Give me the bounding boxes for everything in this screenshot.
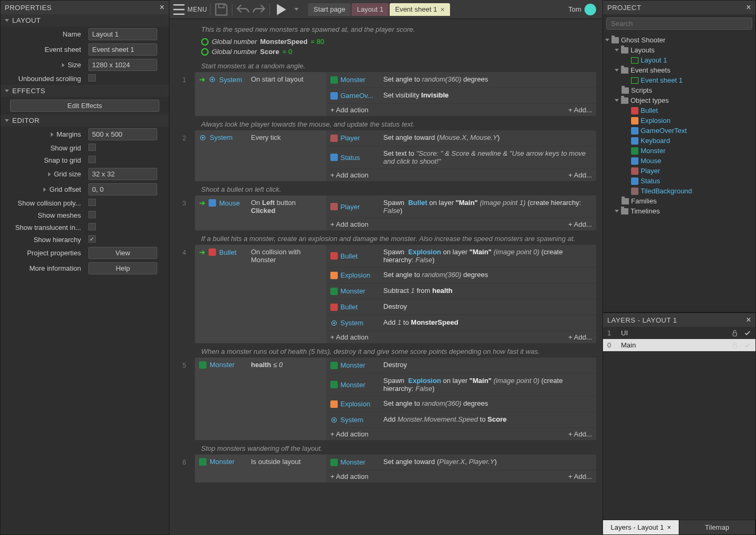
tab[interactable]: Event sheet 1×	[390, 3, 450, 16]
property-checkbox[interactable]	[88, 74, 96, 82]
close-icon[interactable]: ×	[746, 315, 751, 325]
tree-item[interactable]: GameOverText	[603, 126, 755, 136]
event-row[interactable]: 3➜MouseOn Left button ClickedPlayerSpawn…	[174, 195, 596, 230]
tree-item[interactable]: Event sheet 1	[603, 75, 755, 85]
action-row[interactable]: MonsterDestroy	[326, 358, 596, 373]
bottom-tab[interactable]: Tilemap	[679, 520, 755, 534]
close-icon[interactable]: ×	[667, 523, 671, 531]
add-more-button[interactable]: + Add...	[569, 220, 592, 228]
property-checkbox[interactable]	[88, 156, 96, 163]
effects-section-header[interactable]: EFFECTS	[1, 85, 169, 97]
event-sheet[interactable]: This is the speed new monsters are spawn…	[169, 19, 602, 535]
action-row[interactable]: PlayerSpawn Bullet on layer "Main" (imag…	[326, 195, 596, 218]
global-variable[interactable]: Global number Score = 0	[201, 47, 592, 57]
property-button[interactable]: Help	[88, 262, 157, 274]
close-icon[interactable]: ×	[440, 5, 445, 14]
close-icon[interactable]: ×	[159, 3, 165, 12]
event-condition[interactable]: ➜SystemOn start of layout	[195, 72, 326, 116]
action-row[interactable]: GameOv...Set visibility Invisible	[326, 88, 596, 104]
add-more-button[interactable]: + Add...	[569, 430, 592, 438]
tree-item[interactable]: TiledBackground	[603, 186, 755, 196]
add-action-button[interactable]: + Add action	[330, 430, 368, 438]
action-row[interactable]: MonsterSubtract 1 from health	[326, 283, 596, 299]
tree-item[interactable]: Ghost Shooter	[603, 35, 755, 45]
undo-button[interactable]	[236, 2, 250, 17]
property-input[interactable]	[88, 59, 157, 71]
add-action-button[interactable]: + Add action	[330, 171, 368, 179]
save-button[interactable]	[214, 2, 229, 17]
action-row[interactable]: StatusSet text to "Score: " & Score & ne…	[326, 146, 596, 169]
tree-item[interactable]: Mouse	[603, 156, 755, 166]
add-action-button[interactable]: + Add action	[330, 106, 368, 114]
event-condition[interactable]: SystemEvery tick	[195, 130, 326, 181]
add-more-button[interactable]: + Add...	[569, 472, 592, 480]
add-more-button[interactable]: + Add...	[569, 106, 592, 114]
global-variable[interactable]: Global number MonsterSpeed = 80	[201, 37, 592, 47]
layer-row[interactable]: 1UI	[603, 327, 755, 339]
property-input[interactable]	[88, 168, 157, 180]
add-more-button[interactable]: + Add...	[569, 333, 592, 341]
property-checkbox[interactable]	[88, 223, 96, 230]
property-checkbox[interactable]	[88, 199, 96, 206]
layer-row[interactable]: 0Main	[603, 339, 755, 351]
tree-item[interactable]: Bullet	[603, 105, 755, 115]
redo-button[interactable]	[251, 2, 266, 17]
action-row[interactable]: SystemAdd 1 to MonsterSpeed	[326, 315, 596, 331]
editor-section-header[interactable]: EDITOR	[1, 114, 169, 127]
avatar[interactable]	[584, 4, 596, 15]
event-row[interactable]: 2SystemEvery tickPlayerSet angle toward …	[174, 130, 596, 181]
tab[interactable]: Start page	[308, 3, 350, 16]
action-row[interactable]: BulletDestroy	[326, 299, 596, 315]
property-checkbox[interactable]	[88, 211, 96, 218]
bottom-tab[interactable]: Layers - Layout 1×	[603, 520, 679, 534]
tree-item[interactable]: Layout 1	[603, 55, 755, 65]
event-condition[interactable]: ➜MouseOn Left button Clicked	[195, 195, 326, 230]
tree-item[interactable]: Scripts	[603, 85, 755, 95]
action-row[interactable]: BulletSpawn Explosion on layer "Main" (i…	[326, 245, 596, 268]
project-tree[interactable]: Ghost ShooterLayoutsLayout 1Event sheets…	[603, 33, 755, 312]
tree-item[interactable]: Player	[603, 166, 755, 176]
tree-item[interactable]: Monster	[603, 146, 755, 156]
tree-item[interactable]: Event sheets	[603, 65, 755, 75]
layer-list[interactable]: 1UI0Main	[603, 327, 755, 520]
event-row[interactable]: 1➜SystemOn start of layoutMonsterSet ang…	[174, 72, 596, 116]
add-action-button[interactable]: + Add action	[330, 333, 368, 341]
add-more-button[interactable]: + Add...	[569, 171, 592, 179]
tree-item[interactable]: Status	[603, 176, 755, 186]
search-input[interactable]	[606, 17, 752, 30]
visibility-icon[interactable]	[744, 342, 751, 349]
property-input[interactable]	[88, 28, 157, 40]
tree-item[interactable]: Explosion	[603, 115, 755, 126]
tree-item[interactable]: Keyboard	[603, 136, 755, 146]
event-row[interactable]: 5Monsterhealth ≤ 0MonsterDestroyMonsterS…	[174, 358, 596, 440]
event-row[interactable]: 6MonsterIs outside layoutMonsterSet angl…	[174, 454, 596, 483]
user-area[interactable]: Tom	[568, 4, 600, 15]
action-row[interactable]: MonsterSpawn Explosion on layer "Main" (…	[326, 373, 596, 396]
property-input[interactable]	[88, 183, 157, 195]
property-select[interactable]: Event sheet 1	[88, 43, 157, 56]
action-row[interactable]: SystemAdd Monster.Movement.Speed to Scor…	[326, 412, 596, 428]
event-condition[interactable]: ➜BulletOn collision with Monster	[195, 245, 326, 343]
action-row[interactable]: ExplosionSet angle to random(360) degree…	[326, 268, 596, 283]
action-row[interactable]: MonsterSet angle toward (Player.X, Playe…	[326, 454, 596, 470]
event-condition[interactable]: Monsterhealth ≤ 0	[195, 358, 326, 440]
property-checkbox[interactable]	[88, 144, 96, 151]
visibility-icon[interactable]	[744, 329, 751, 337]
play-button[interactable]	[273, 2, 288, 17]
property-button[interactable]: View	[88, 247, 157, 259]
layout-section-header[interactable]: LAYOUT	[1, 14, 169, 26]
add-action-button[interactable]: + Add action	[330, 220, 368, 228]
menu-button[interactable]	[172, 2, 186, 17]
lock-icon[interactable]	[731, 329, 739, 337]
property-checkbox[interactable]	[88, 235, 96, 243]
close-icon[interactable]: ×	[746, 3, 751, 12]
edit-effects-button[interactable]: Edit Effects	[10, 100, 159, 112]
lock-icon[interactable]	[731, 342, 739, 349]
tab[interactable]: Layout 1	[352, 3, 389, 16]
play-dropdown[interactable]	[289, 2, 304, 17]
tree-item[interactable]: Object types	[603, 95, 755, 105]
event-row[interactable]: 4➜BulletOn collision with MonsterBulletS…	[174, 245, 596, 343]
action-row[interactable]: ExplosionSet angle to random(360) degree…	[326, 396, 596, 412]
tree-item[interactable]: Families	[603, 196, 755, 206]
property-input[interactable]	[88, 128, 157, 140]
